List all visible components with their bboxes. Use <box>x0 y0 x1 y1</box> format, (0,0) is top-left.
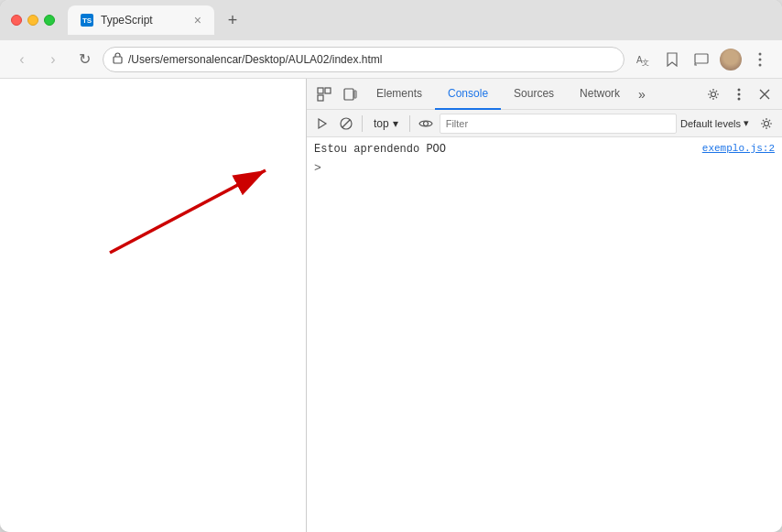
svg-point-6 <box>759 63 762 66</box>
tab-console[interactable]: Console <box>435 79 501 110</box>
nav-bar: ‹ › ↻ /Users/emersonalencar/Desktop/AULA… <box>0 40 782 79</box>
svg-point-4 <box>759 52 762 55</box>
svg-rect-11 <box>318 95 323 101</box>
svg-point-16 <box>738 92 741 95</box>
devtools-toolbar-right <box>701 82 777 106</box>
more-tabs-button[interactable]: » <box>633 83 651 105</box>
traffic-lights <box>11 15 55 26</box>
devtools-close-button[interactable] <box>753 82 777 106</box>
svg-line-8 <box>110 170 266 253</box>
svg-rect-10 <box>325 88 331 93</box>
svg-point-21 <box>423 121 428 125</box>
main-area: Elements Console Sources Network » <box>0 79 782 532</box>
devtools-dock-button[interactable] <box>727 82 751 106</box>
refresh-button[interactable]: ↻ <box>71 47 97 72</box>
context-selector[interactable]: top ▾ <box>368 115 404 132</box>
tab-sources[interactable]: Sources <box>501 79 567 110</box>
svg-line-20 <box>342 120 350 127</box>
divider-2 <box>409 115 410 132</box>
svg-point-22 <box>765 121 769 125</box>
default-levels-selector[interactable]: Default levels ▾ <box>680 117 749 129</box>
svg-point-17 <box>738 97 741 100</box>
svg-rect-9 <box>318 88 323 93</box>
console-message: Estou aprendendo POO <box>314 143 702 156</box>
svg-text:文: 文 <box>642 59 649 67</box>
tab-network[interactable]: Network <box>567 79 633 110</box>
execute-button[interactable] <box>312 114 332 134</box>
svg-point-15 <box>738 88 741 91</box>
devtools-panel: Elements Console Sources Network » <box>306 79 782 532</box>
prompt-chevron-icon: > <box>314 161 321 175</box>
minimize-button[interactable] <box>27 15 38 26</box>
console-output: Estou aprendendo POO exemplo.js:2 > <box>307 137 782 532</box>
new-tab-button[interactable]: + <box>220 7 245 33</box>
console-settings-button[interactable] <box>756 114 777 134</box>
forward-button[interactable]: › <box>40 47 66 72</box>
cast-button[interactable] <box>689 47 714 72</box>
filter-input[interactable] <box>440 114 677 134</box>
tab-favicon: TS <box>81 14 93 27</box>
tab-area: TS TypeScript × + <box>68 5 771 35</box>
nav-icons: A 文 <box>630 47 773 72</box>
close-button[interactable] <box>11 15 22 26</box>
console-prompt[interactable]: > <box>307 159 782 177</box>
tab-title: TypeScript <box>101 14 187 27</box>
console-source-link[interactable]: exemplo.js:2 <box>702 143 775 154</box>
arrow-annotation <box>92 152 293 262</box>
devtools-toolbar: Elements Console Sources Network » <box>307 79 782 110</box>
maximize-button[interactable] <box>44 15 55 26</box>
url-text: /Users/emersonalencar/Desktop/AULA02/ind… <box>128 53 614 66</box>
console-toolbar: top ▾ Default levels ▾ <box>307 110 782 137</box>
devtools-settings-button[interactable] <box>701 82 725 106</box>
console-log-line: Estou aprendendo POO exemplo.js:2 <box>307 141 782 159</box>
title-bar: TS TypeScript × + <box>0 0 782 40</box>
back-button[interactable]: ‹ <box>9 47 35 72</box>
avatar[interactable] <box>718 47 744 72</box>
svg-rect-0 <box>114 57 122 63</box>
page-content <box>0 79 306 532</box>
bookmark-button[interactable] <box>659 47 685 72</box>
svg-marker-18 <box>319 119 326 128</box>
svg-point-5 <box>759 58 762 60</box>
devtools-tabs: Elements Console Sources Network » <box>364 79 700 110</box>
eye-button[interactable] <box>416 114 436 134</box>
active-tab[interactable]: TS TypeScript × <box>68 5 214 35</box>
svg-rect-3 <box>695 54 708 63</box>
address-bar[interactable]: /Users/emersonalencar/Desktop/AULA02/ind… <box>103 47 625 72</box>
svg-rect-12 <box>344 89 353 100</box>
translate-button[interactable]: A 文 <box>630 47 656 72</box>
divider <box>362 115 363 132</box>
device-toolbar-button[interactable] <box>338 82 362 106</box>
svg-rect-13 <box>354 91 356 98</box>
lock-icon <box>113 52 123 66</box>
svg-point-14 <box>711 92 716 96</box>
tab-elements[interactable]: Elements <box>364 79 435 110</box>
inspect-element-button[interactable] <box>312 82 336 106</box>
menu-button[interactable] <box>747 47 773 72</box>
clear-console-button[interactable] <box>336 114 356 134</box>
browser-window: TS TypeScript × + ‹ › ↻ /Users/eme <box>0 0 782 532</box>
tab-close-icon[interactable]: × <box>194 14 201 27</box>
